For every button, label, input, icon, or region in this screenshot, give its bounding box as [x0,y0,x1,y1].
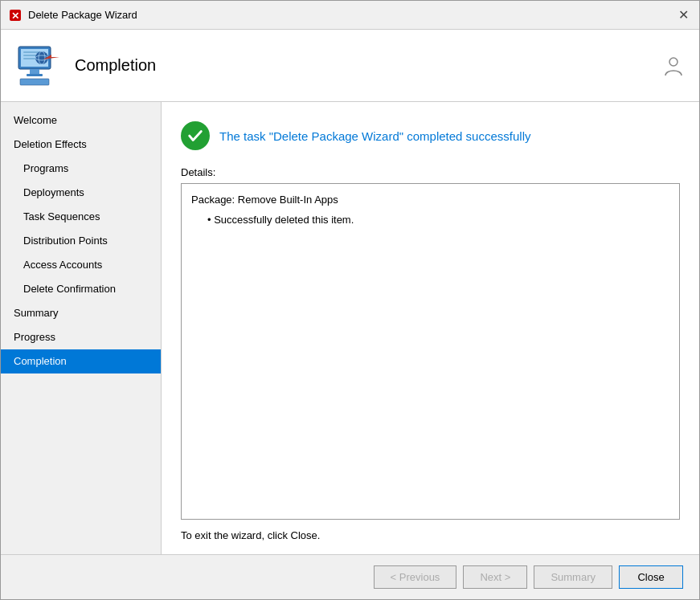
details-package-line: Package: Remove Built-In Apps [191,192,669,209]
svg-rect-6 [20,79,49,85]
success-row: The task "Delete Package Wizard" complet… [181,121,680,150]
sidebar-item-deletion-effects[interactable]: Deletion Effects [1,133,161,157]
svg-rect-4 [30,69,39,74]
sidebar-item-task-sequences[interactable]: Task Sequences [1,205,161,229]
title-bar: ✕ Delete Package Wizard ✕ [1,1,699,30]
content-area: The task "Delete Package Wizard" complet… [162,102,699,554]
details-box: Package: Remove Built-In Apps • Successf… [181,183,680,520]
sidebar-item-summary[interactable]: Summary [1,301,161,325]
footer: < Previous Next > Summary Close [1,554,699,599]
success-message: The task "Delete Package Wizard" complet… [219,129,530,143]
next-button[interactable]: Next > [463,565,527,589]
sidebar-item-delete-confirmation[interactable]: Delete Confirmation [1,277,161,301]
header: Completion [1,30,699,102]
sidebar-item-distribution-points[interactable]: Distribution Points [1,229,161,253]
svg-rect-7 [23,51,39,53]
sidebar-item-welcome[interactable]: Welcome [1,108,161,133]
details-bullet-line: • Successfully deleted this item. [207,212,669,229]
exit-note: To exit the wizard, click Close. [181,529,680,541]
sidebar-item-programs[interactable]: Programs [1,157,161,181]
svg-point-14 [669,58,677,66]
success-checkmark-icon [181,121,210,150]
sidebar-item-completion[interactable]: Completion [1,349,161,373]
svg-text:✕: ✕ [11,10,19,22]
wizard-window: ✕ Delete Package Wizard ✕ [0,0,700,600]
close-icon[interactable]: ✕ [675,7,691,23]
details-label: Details: [181,166,680,178]
sidebar-item-access-accounts[interactable]: Access Accounts [1,253,161,277]
sidebar-item-progress[interactable]: Progress [1,325,161,349]
svg-rect-9 [23,58,36,59]
person-icon [661,53,686,79]
window-title: Delete Package Wizard [28,9,675,21]
previous-button[interactable]: < Previous [374,565,457,589]
close-button[interactable]: Close [619,565,683,589]
sidebar: Welcome Deletion Effects Programs Deploy… [1,102,162,554]
main-body: Welcome Deletion Effects Programs Deploy… [1,102,699,554]
sidebar-item-deployments[interactable]: Deployments [1,181,161,205]
header-computer-icon [14,42,62,90]
svg-rect-5 [27,74,43,76]
header-title: Completion [75,56,661,75]
title-bar-icon: ✕ [9,9,22,22]
summary-button[interactable]: Summary [534,565,612,589]
